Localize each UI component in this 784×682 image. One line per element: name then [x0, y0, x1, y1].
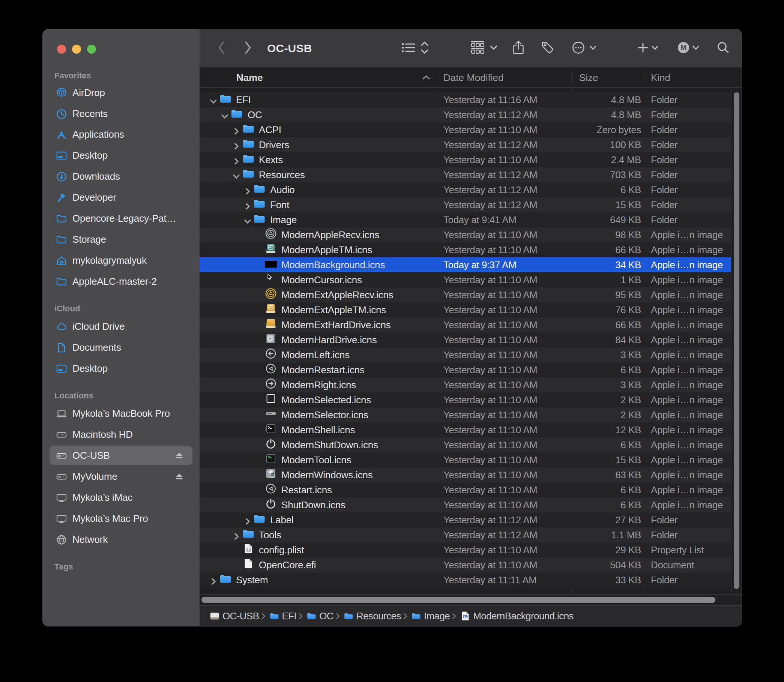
- svg-text:M: M: [680, 43, 687, 51]
